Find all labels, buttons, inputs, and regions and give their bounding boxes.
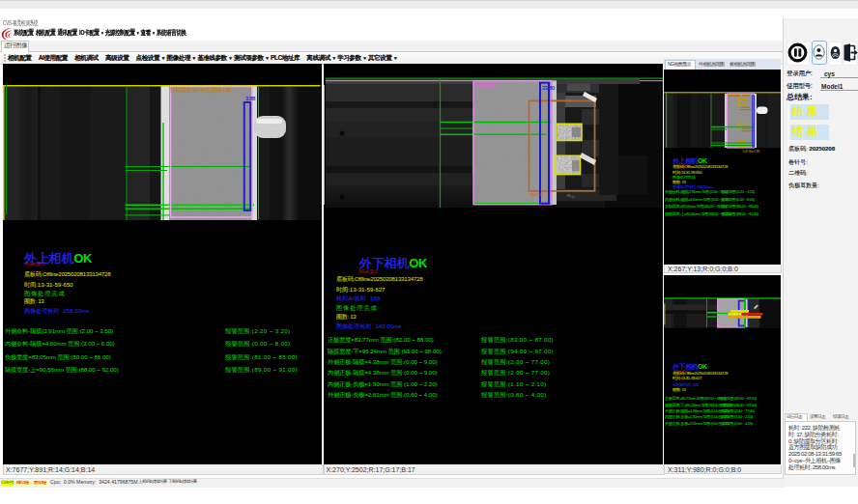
svg-text:3.49 Bq:1.38: 3.49 Bq:1.38 [742,149,760,154]
